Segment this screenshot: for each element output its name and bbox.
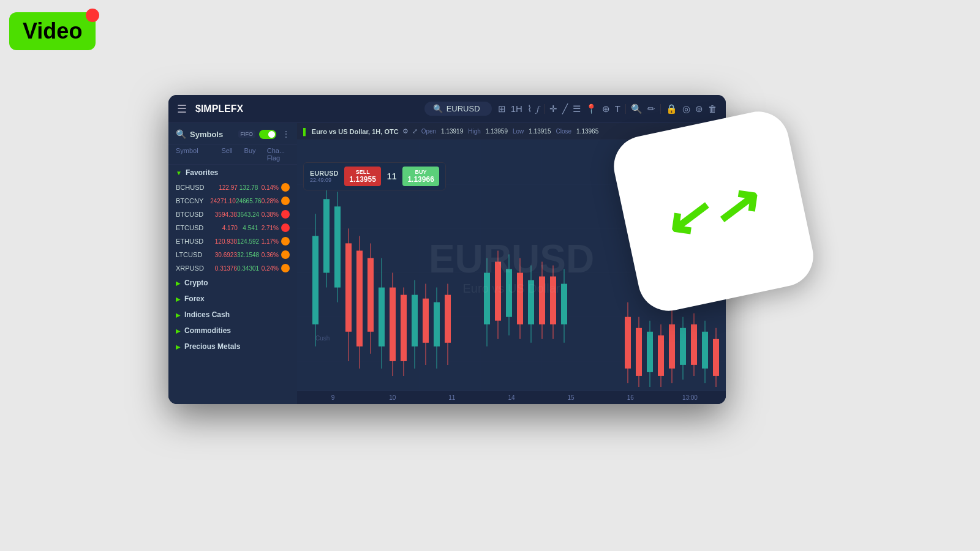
shapes-tool-icon[interactable]: ☰	[573, 103, 581, 114]
category-commodities[interactable]: ▶ Commodities	[168, 323, 297, 339]
navbar-tools: ⊞ 1H ⌇ 𝑓 ✛ ╱ ☰ 📍 ⊕ T 🔍 ✏ 🔒 ◎ ⊚ 🗑	[498, 103, 717, 114]
close-label: Close	[556, 128, 572, 135]
category-indices-cash[interactable]: ▶ Indices Cash	[168, 307, 297, 323]
symbol-sell: 4.170	[217, 225, 238, 231]
svg-rect-58	[647, 332, 653, 372]
symbol-buy: 3643.24	[237, 211, 259, 218]
timeframe-icon[interactable]: 1H	[511, 103, 522, 114]
pin-icon[interactable]: 📍	[586, 103, 597, 114]
category-favorites[interactable]: ▼ Favorites	[168, 165, 297, 181]
svg-rect-68	[702, 332, 708, 369]
measure-icon[interactable]: ⊕	[602, 103, 610, 114]
column-headers: Symbol Sell Buy Cha... Flag	[168, 144, 297, 165]
favorites-label: Favorites	[186, 168, 218, 177]
trade-symbol: EURUSD	[310, 170, 338, 177]
crosshair-icon[interactable]: ✛	[549, 103, 557, 114]
watermark-symbol: EURUSD	[429, 236, 594, 281]
search-icon: 🔍	[433, 104, 443, 113]
svg-rect-70	[713, 339, 719, 376]
time-label-1300: 13:00	[660, 394, 720, 401]
symbol-sell: 120.938	[215, 238, 237, 245]
time-axis: 9 10 11 14 15 16 13:00	[297, 391, 726, 404]
down-arrow-icon: ↙	[663, 186, 716, 247]
crypto-label: Crypto	[184, 279, 208, 287]
open-val: 1.13919	[441, 128, 463, 135]
grid-icon[interactable]: ⊞	[498, 103, 506, 114]
text-tool-icon[interactable]: 𝑓	[537, 103, 539, 114]
pencil-icon[interactable]: ✏	[647, 103, 655, 114]
symbol-change: 2.71%	[258, 225, 279, 231]
hamburger-icon[interactable]: ☰	[177, 102, 187, 116]
chart-watermark-bottom: Cush	[315, 335, 330, 342]
time-label-16: 16	[601, 394, 660, 401]
list-item[interactable]: BCHUSD 122.97 132.78 0.14%	[168, 181, 297, 194]
symbol-change: 0.38%	[259, 211, 279, 218]
chart-expand-icon[interactable]: ⤢	[412, 127, 418, 135]
svg-rect-66	[691, 324, 697, 365]
symbol-name: BTCCNY	[176, 197, 210, 204]
divider2	[625, 104, 626, 114]
trade-time: 22:49:09	[310, 177, 338, 183]
trade-sell-button[interactable]: SELL 1.13955	[344, 167, 380, 186]
symbol-buy: 32.1548	[237, 252, 259, 258]
sidebar-search-icon[interactable]: 🔍	[176, 129, 186, 139]
visibility-icon[interactable]: ◎	[682, 103, 690, 114]
crypto-arrow: ▶	[176, 280, 181, 287]
list-item[interactable]: ETCUSD 4.170 4.541 2.71%	[168, 221, 297, 234]
trash-icon[interactable]: 🗑	[708, 103, 717, 114]
sidebar-menu-icon[interactable]: ⋮	[282, 130, 290, 138]
fifo-badge: FIFO	[238, 130, 256, 138]
time-label-9: 9	[303, 394, 363, 401]
symbol-sell: 122.97	[217, 184, 238, 191]
category-forex[interactable]: ▶ Forex	[168, 291, 297, 307]
symbol-search[interactable]: 🔍 EURUSD	[424, 102, 492, 116]
sell-label: SELL	[349, 169, 375, 175]
trade-buy-button[interactable]: BUY 1.13966	[402, 167, 439, 186]
fifo-toggle[interactable]	[259, 130, 276, 139]
indicator-icon[interactable]: ⌇	[527, 103, 532, 114]
video-badge: Video	[9, 12, 96, 50]
lock-icon[interactable]: 🔒	[666, 103, 677, 114]
chart-settings-icon[interactable]: ⚙	[402, 127, 409, 135]
category-crypto[interactable]: ▶ Crypto	[168, 275, 297, 291]
svg-rect-28	[401, 295, 407, 361]
list-item[interactable]: BTCCNY 24271.10 24665.76 0.28%	[168, 194, 297, 208]
svg-rect-30	[412, 295, 418, 347]
svg-rect-36	[445, 295, 451, 343]
trade-symbol-info: EURUSD 22:49:09	[310, 170, 338, 183]
list-item[interactable]: XRPUSD 0.31376 0.34301 0.24%	[168, 261, 297, 275]
time-label-11: 11	[422, 394, 481, 401]
zoom-icon[interactable]: 🔍	[631, 103, 643, 114]
svg-rect-14	[323, 199, 330, 272]
divider3	[660, 104, 661, 114]
symbol-flag	[281, 223, 290, 232]
search-value: EURUSD	[447, 104, 480, 113]
list-item[interactable]: ETHUSD 120.938 124.592 1.17%	[168, 234, 297, 248]
layers-icon[interactable]: ⊚	[695, 103, 703, 114]
sidebar: 🔍 Symbols FIFO ⋮ Symbol Sell Buy Cha... …	[168, 123, 297, 404]
col-change: Cha... Flag	[267, 147, 290, 162]
svg-rect-20	[356, 250, 363, 346]
symbol-flag	[281, 264, 290, 272]
symbol-change: 0.14%	[258, 184, 279, 191]
text-icon[interactable]: T	[615, 103, 620, 114]
close-val: 1.13965	[576, 128, 598, 135]
high-val: 1.13959	[486, 128, 508, 135]
time-label-15: 15	[541, 394, 601, 401]
line-tool-icon[interactable]: ╱	[562, 103, 568, 114]
list-item[interactable]: LTCUSD 30.6923 32.1548 0.36%	[168, 248, 297, 261]
precious-label: Precious Metals	[184, 342, 240, 351]
category-precious-metals[interactable]: ▶ Precious Metals	[168, 339, 297, 354]
symbol-name: LTCUSD	[176, 251, 215, 258]
svg-rect-24	[379, 288, 385, 347]
svg-rect-62	[669, 324, 675, 369]
svg-rect-60	[658, 335, 664, 376]
open-label: Open	[421, 128, 436, 135]
recording-dot	[86, 9, 99, 22]
time-label-10: 10	[363, 394, 422, 401]
symbol-buy: 124.592	[237, 238, 259, 245]
symbol-flag	[281, 183, 290, 192]
indices-label: Indices Cash	[184, 310, 230, 319]
list-item[interactable]: BTCUSD 3594.38 3643.24 0.38%	[168, 208, 297, 221]
navbar: ☰ $IMPLEFX 🔍 EURUSD ⊞ 1H ⌇ 𝑓 ✛ ╱ ☰ 📍 ⊕ T…	[168, 95, 726, 123]
